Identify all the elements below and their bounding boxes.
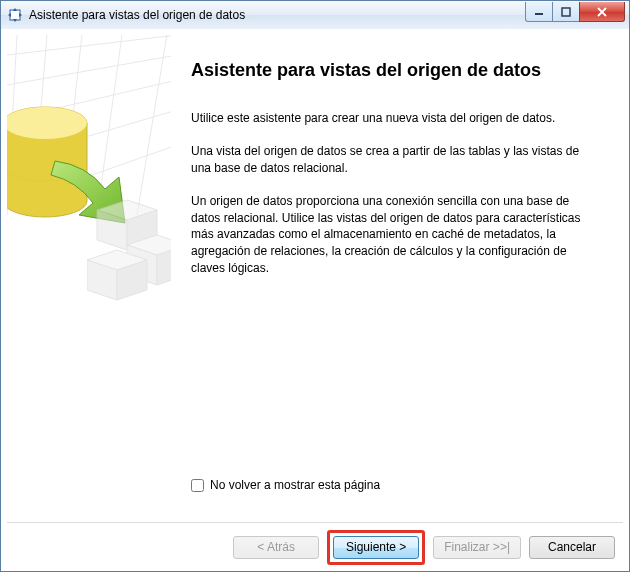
svg-rect-0 [10,10,20,20]
intro-paragraph-1: Utilice este asistente para crear una nu… [191,110,599,127]
window-controls [526,2,625,22]
tables-icon [87,190,171,310]
wizard-sidebar-art [7,35,171,522]
back-button: < Atrás [233,536,319,559]
button-bar: < Atrás Siguiente > Finalizar >>| Cancel… [1,523,629,571]
page-heading: Asistente para vistas del origen de dato… [191,59,599,82]
dont-show-again-row[interactable]: No volver a mostrar esta página [191,478,599,492]
wizard-window: Asistente para vistas del origen de dato… [0,0,630,572]
titlebar[interactable]: Asistente para vistas del origen de dato… [1,1,629,30]
dont-show-again-checkbox[interactable] [191,479,204,492]
client-area: Asistente para vistas del origen de dato… [1,29,629,571]
next-button-highlight: Siguiente > [327,530,425,565]
minimize-button[interactable] [525,2,553,22]
svg-rect-6 [562,8,570,16]
intro-paragraph-2: Una vista del origen de datos se crea a … [191,143,599,177]
next-button[interactable]: Siguiente > [333,536,419,559]
svg-line-7 [7,35,171,55]
content-area: Asistente para vistas del origen de dato… [1,29,629,522]
svg-line-16 [137,35,167,215]
svg-rect-5 [535,13,543,15]
app-icon [7,7,23,23]
maximize-button[interactable] [552,2,580,22]
spacer [191,293,599,478]
intro-paragraph-3: Un origen de datos proporciona una conex… [191,193,599,277]
finish-button: Finalizar >>| [433,536,521,559]
svg-line-8 [7,55,171,85]
wizard-main: Asistente para vistas del origen de dato… [171,35,623,522]
cancel-button[interactable]: Cancelar [529,536,615,559]
dont-show-again-label: No volver a mostrar esta página [210,478,380,492]
close-button[interactable] [579,2,625,22]
